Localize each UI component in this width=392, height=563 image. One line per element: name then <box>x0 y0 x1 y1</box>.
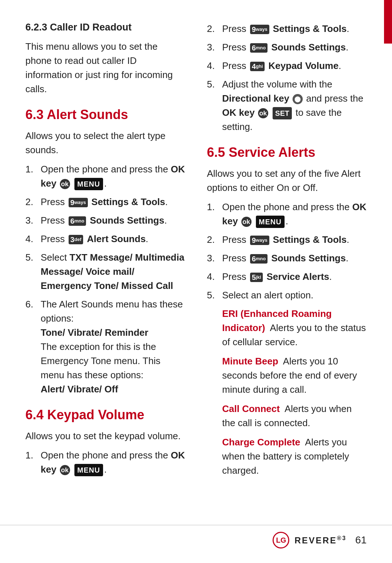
minute-beep-item: Minute Beep Alerts you 10 seconds before… <box>222 354 367 397</box>
list-content: Press 9ways Settings & Tools. <box>222 233 367 247</box>
two-column-layout: 6.2.3 Caller ID Readout This menu allows… <box>25 22 367 483</box>
section-65-heading: 6.5 Service Alerts <box>207 145 367 160</box>
key-badge-9: 9ways <box>250 236 269 245</box>
service-alerts-subitems: ERI (Enhanced Roaming Indicator) Alerts … <box>222 307 367 478</box>
section-64: 6.4 Keypad Volume Allows you to set the … <box>25 407 185 477</box>
left-column: 6.2.3 Caller ID Readout This menu allows… <box>25 22 185 483</box>
list-item: 6. The Alert Sounds menu has these optio… <box>25 297 185 396</box>
list-item: 4. Press 3def Alert Sounds. <box>25 232 185 246</box>
eri-item: ERI (Enhanced Roaming Indicator) Alerts … <box>222 307 367 349</box>
lg-logo-icon: LG <box>273 532 289 548</box>
sounds-settings-label: Sounds Settings <box>90 215 164 226</box>
list-num: 5. <box>207 288 219 302</box>
list-num: 3. <box>25 213 37 228</box>
list-item: 2. Press 9ways Settings & Tools. <box>25 195 185 209</box>
key-badge-5: 5jkl <box>250 273 263 282</box>
list-num: 1. <box>25 448 37 477</box>
footer: LG REVERE®3 61 <box>0 525 392 548</box>
settings-tools-label: Settings & Tools <box>273 234 347 245</box>
charge-complete-item: Charge Complete Alerts you when the batt… <box>222 435 367 478</box>
list-item: 2. Press 9ways Settings & Tools. <box>207 233 367 247</box>
list-num: 4. <box>207 270 219 284</box>
list-content: Press 6mno Sounds Settings. <box>222 251 367 265</box>
key-badge-3: 3def <box>69 235 83 244</box>
ok-badge2: ok <box>258 108 268 118</box>
menu-badge: MENU <box>74 178 103 190</box>
list-num: 2. <box>25 195 37 209</box>
section-63-heading: 6.3 Alert Sounds <box>25 107 185 122</box>
list-content: Press 4ghi Keypad Volume. <box>222 59 367 73</box>
list-num: 1. <box>207 200 219 228</box>
list-num: 4. <box>25 232 37 246</box>
set-badge: SET <box>273 107 292 119</box>
list-num: 5. <box>207 77 219 134</box>
list-num: 4. <box>207 59 219 73</box>
list-content: Press 5jkl Service Alerts. <box>222 270 367 284</box>
list-item: 1. Open the phone and press the OK key o… <box>25 448 185 477</box>
section-623-body: This menu allows you to set the phone to… <box>25 40 185 96</box>
list-item: 3. Press 6mno Sounds Settings. <box>207 251 367 265</box>
section-63: 6.3 Alert Sounds Allows you to select th… <box>25 107 185 396</box>
settings-tools-label: Settings & Tools <box>273 23 347 34</box>
settings-tools-label: Settings & Tools <box>91 196 165 207</box>
section-623: 6.2.3 Caller ID Readout This menu allows… <box>25 22 185 96</box>
key-badge-4: 4ghi <box>250 62 265 71</box>
list-num: 3. <box>207 251 219 265</box>
list-num: 3. <box>207 40 219 54</box>
list-item: 1. Open the phone and press the OK key o… <box>207 200 367 228</box>
list-num: 2. <box>207 22 219 36</box>
list-num: 1. <box>25 162 37 191</box>
ok-badge: ok <box>241 217 252 227</box>
list-content: Select an alert option. <box>222 288 367 302</box>
eri-label: ERI (Enhanced Roaming Indicator) <box>222 308 332 333</box>
section-65-body: Allows you to set any of the five Alert … <box>207 167 367 195</box>
sounds-settings-label: Sounds Settings <box>271 42 346 53</box>
right-column: 2. Press 9ways Settings & Tools. 3. Pres… <box>207 22 367 483</box>
txt-message-label: TXT Message/ Multimedia Message/ Voice m… <box>41 252 184 291</box>
list-item: 5. Select an alert option. <box>207 288 367 302</box>
page-container: 6.2.3 Caller ID Readout This menu allows… <box>0 0 392 563</box>
section-64-body: Allows you to set the keypad volume. <box>25 429 185 443</box>
revere-brand-text: REVERE®3 <box>294 535 346 546</box>
menu-badge: MENU <box>256 216 285 228</box>
list-item: 4. Press 4ghi Keypad Volume. <box>207 59 367 73</box>
keypad-volume-label: Keypad Volume <box>269 60 339 71</box>
ok-key-label2: OK key <box>222 107 255 118</box>
list-content: Press 9ways Settings & Tools. <box>222 22 367 36</box>
tone-vibrate-label: Tone/ Vibrate/ Reminder <box>41 327 148 338</box>
list-item: 4. Press 5jkl Service Alerts. <box>207 270 367 284</box>
list-content: Open the phone and press the OK key ok M… <box>41 162 185 191</box>
list-content: Adjust the volume with the Directional k… <box>222 77 367 134</box>
directional-key-icon: ⬤ <box>293 94 303 104</box>
red-bar-decoration <box>384 0 392 44</box>
list-num: 5. <box>25 250 37 293</box>
alert-sounds-label: Alert Sounds <box>87 233 146 244</box>
key-badge-9: 9ways <box>250 25 269 34</box>
key-badge-6: 6mno <box>250 43 268 53</box>
charge-complete-label: Charge Complete <box>222 437 300 448</box>
minute-beep-label: Minute Beep <box>222 356 278 367</box>
list-num: 2. <box>207 233 219 247</box>
key-badge-6: 6mno <box>69 216 86 226</box>
ok-badge: ok <box>60 465 70 475</box>
alert-vibrate-label: Alert/ Vibrate/ Off <box>41 384 118 395</box>
sounds-settings-label: Sounds Settings <box>271 253 346 264</box>
call-connect-item: Call Connect Alerts you when the call is… <box>222 402 367 430</box>
list-num: 6. <box>25 297 37 396</box>
footer-logo: LG REVERE®3 61 <box>273 532 367 548</box>
list-content: Press 3def Alert Sounds. <box>41 232 185 246</box>
section-64-heading: 6.4 Keypad Volume <box>25 407 185 423</box>
section-623-title: 6.2.3 Caller ID Readout <box>25 22 185 33</box>
revere-super: ®3 <box>337 535 347 541</box>
list-content: Open the phone and press the OK key ok M… <box>222 200 367 228</box>
list-content: Select TXT Message/ Multimedia Message/ … <box>41 250 185 293</box>
list-item: 1. Open the phone and press the OK key o… <box>25 162 185 191</box>
section-65: 6.5 Service Alerts Allows you to set any… <box>207 145 367 478</box>
list-content: Press 6mno Sounds Settings. <box>41 213 185 228</box>
key-badge-6: 6mno <box>250 254 268 264</box>
service-alerts-label: Service Alerts <box>267 271 329 282</box>
menu-badge: MENU <box>74 464 103 476</box>
list-item: 3. Press 6mno Sounds Settings. <box>25 213 185 228</box>
ok-badge: ok <box>60 179 70 189</box>
list-item: 2. Press 9ways Settings & Tools. <box>207 22 367 36</box>
